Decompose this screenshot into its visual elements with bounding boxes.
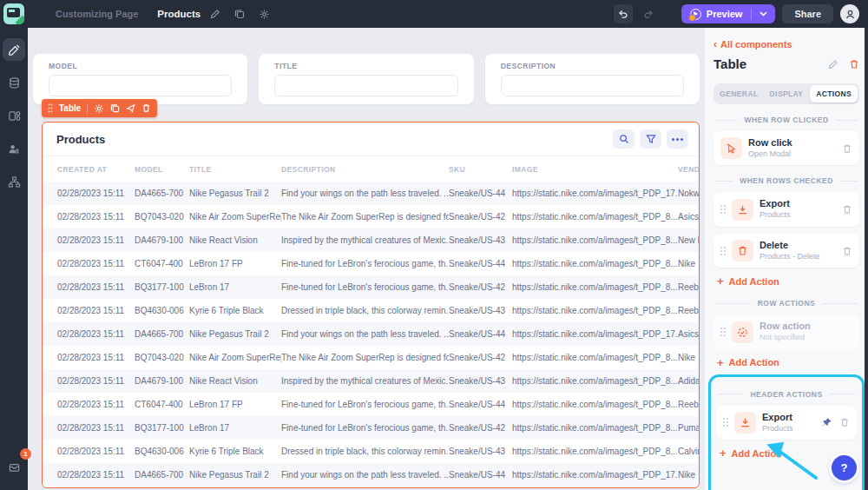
action-title: Export (762, 412, 815, 424)
action-card-row-click[interactable]: Row clickOpen Modal (713, 131, 859, 165)
field-card-model[interactable]: MODEL (33, 54, 247, 104)
field-card-title[interactable]: TITLE (259, 54, 473, 104)
table-cell: 02/28/2023 15:11 (57, 470, 135, 480)
table-cell: Puma (678, 423, 700, 433)
model-input[interactable] (49, 75, 232, 96)
table-row[interactable]: 02/28/2023 15:11DA4665-700Nike Pegasus T… (43, 463, 699, 487)
table-row[interactable]: 02/28/2023 15:11BQ4630-006Kyrie 6 Triple… (43, 299, 699, 322)
delete-action-icon[interactable] (842, 143, 852, 154)
sidebar-item-users[interactable] (3, 137, 25, 160)
table-cell: 02/28/2023 15:11 (57, 282, 135, 292)
sidebar-item-pages[interactable] (3, 104, 25, 127)
table-row[interactable]: 02/28/2023 15:11BQ3177-100LeBron 17Fine-… (43, 416, 699, 440)
table-row[interactable]: 02/28/2023 15:11BQ7043-020Nike Air Zoom … (43, 205, 699, 228)
drag-handle-icon[interactable] (720, 328, 726, 336)
table-cell: 02/28/2023 15:11 (57, 353, 135, 362)
table-cell: 02/28/2023 15:11 (57, 447, 135, 456)
tab-display[interactable]: DISPLAY (763, 85, 811, 103)
undo-icon[interactable] (614, 4, 633, 23)
delete-action-icon[interactable] (842, 246, 852, 256)
drag-handle-icon[interactable] (48, 103, 53, 113)
help-button[interactable]: ? (832, 455, 857, 480)
field-card-description[interactable]: DESCRIPTION (485, 54, 700, 104)
table-component[interactable]: Products CREATED ATMODELTITLEDESCRIPTION… (42, 122, 700, 488)
cursor-click-icon (720, 137, 742, 159)
editor-canvas: MODEL TITLE DESCRIPTION Table (28, 28, 705, 490)
delete-action-icon[interactable] (839, 417, 850, 427)
pin-icon[interactable] (821, 417, 832, 428)
table-row[interactable]: 02/28/2023 15:11CT6047-400LeBron 17 FPFi… (43, 393, 699, 416)
preview-button[interactable]: Preview (681, 4, 776, 23)
sidebar-item-updates[interactable]: 1 (3, 455, 25, 478)
table-cell: 02/28/2023 15:11 (57, 423, 135, 433)
table-more-button[interactable] (667, 129, 688, 149)
table-cell: BQ7043-020 (135, 353, 189, 362)
edit-page-icon[interactable] (206, 4, 225, 23)
table-header-cell: VENDOR N (678, 165, 700, 174)
table-row[interactable]: 02/28/2023 15:11BQ3177-100LeBron 17Fine-… (43, 275, 699, 299)
add-action-button[interactable]: +Add Action (717, 275, 858, 288)
help-question-mark: ? (841, 461, 848, 474)
table-row[interactable]: 02/28/2023 15:11DA4665-700Nike Pegasus T… (43, 182, 699, 205)
table-row[interactable]: 02/28/2023 15:11DA4679-100Nike React Vis… (43, 369, 699, 393)
breadcrumb: Customizing Page (56, 9, 138, 19)
table-search-button[interactable] (613, 129, 635, 149)
action-card-export[interactable]: ExportProducts (713, 192, 859, 226)
action-subtitle: Not specified (760, 333, 846, 343)
sidebar-item-structure[interactable] (3, 170, 25, 193)
tab-actions[interactable]: ACTIONS (810, 85, 858, 103)
table-cell: https://static.nike.com/a/images/t_PDP_8… (512, 353, 678, 362)
window-scrollbar[interactable] (865, 28, 868, 490)
component-send-icon[interactable] (126, 103, 135, 113)
component-settings-gear-icon[interactable] (94, 103, 104, 114)
table-cell: Dressed in triple black, this colorway r… (281, 447, 449, 456)
table-cell: Find your wings on the path less travele… (281, 470, 449, 480)
table-cell: The Nike Air Zoom SuperRep is designed f… (281, 212, 449, 222)
tab-general[interactable]: GENERAL (715, 85, 763, 103)
table-cell: https://static.nike.com/a/images/t_PDP_8… (512, 259, 678, 268)
page-settings-gear-icon[interactable] (254, 4, 273, 23)
component-delete-icon[interactable] (141, 103, 151, 113)
table-header-cell: MODEL (135, 165, 189, 174)
action-card-delete[interactable]: DeleteProducts - Delete (713, 234, 859, 268)
action-card-export[interactable]: ExportProducts (716, 406, 857, 440)
sidebar-item-ui-editor[interactable] (3, 38, 25, 61)
table-row[interactable]: 02/28/2023 15:11BQ7043-020Nike Air Zoom … (43, 346, 699, 369)
app-logo-icon[interactable] (3, 3, 24, 24)
duplicate-page-icon[interactable] (230, 4, 249, 23)
add-action-button[interactable]: +Add Action (717, 356, 858, 369)
title-input[interactable] (274, 75, 457, 96)
preview-dropdown-chevron-icon[interactable] (752, 11, 775, 17)
action-subtitle: Products (760, 210, 836, 221)
table-row[interactable]: 02/28/2023 15:11BQ4630-006Kyrie 6 Triple… (43, 440, 699, 463)
table-row[interactable]: 02/28/2023 15:11CT6047-400LeBron 17 FPFi… (43, 252, 699, 275)
component-duplicate-icon[interactable] (110, 103, 120, 113)
properties-panel: ‹ All components Table GENERALDISPLAYACT… (705, 28, 868, 490)
user-avatar[interactable] (840, 4, 859, 23)
back-to-all-components-link[interactable]: ‹ All components (713, 39, 859, 50)
sidebar-item-data-sources[interactable] (3, 71, 25, 94)
table-row[interactable]: 02/28/2023 15:11DA4679-100Nike React Vis… (43, 228, 699, 252)
selected-component-toolbar: Table (42, 99, 157, 117)
table-cell: Asics (678, 329, 700, 339)
table-cell: Kyrie 6 Triple Black (189, 447, 281, 456)
drag-handle-icon[interactable] (720, 247, 726, 255)
delete-action-icon[interactable] (842, 204, 852, 215)
redo-icon[interactable] (640, 4, 659, 23)
table-filter-button[interactable] (640, 129, 661, 149)
rename-component-icon[interactable] (828, 59, 838, 70)
action-card-row-action[interactable]: Row actionNot specified (713, 315, 859, 348)
table-row[interactable]: 02/28/2023 15:11DA4665-700Nike Pegasus T… (43, 322, 699, 346)
share-button[interactable]: Share (782, 4, 833, 23)
table-cell: LeBron 17 (189, 423, 281, 433)
drag-handle-icon[interactable] (723, 418, 728, 427)
table-cell: Sneake/US-42 (449, 423, 512, 433)
delete-component-icon[interactable] (849, 59, 859, 70)
add-action-label: Add Action (729, 276, 779, 287)
drag-handle-icon[interactable] (720, 205, 726, 214)
add-action-label: Add Action (732, 448, 782, 459)
table-cell: Find your wings on the path less travele… (281, 189, 449, 198)
field-label: TITLE (274, 62, 457, 70)
description-input[interactable] (501, 75, 684, 96)
table-cell: Inspired by the mythical creatures of Me… (281, 235, 449, 245)
